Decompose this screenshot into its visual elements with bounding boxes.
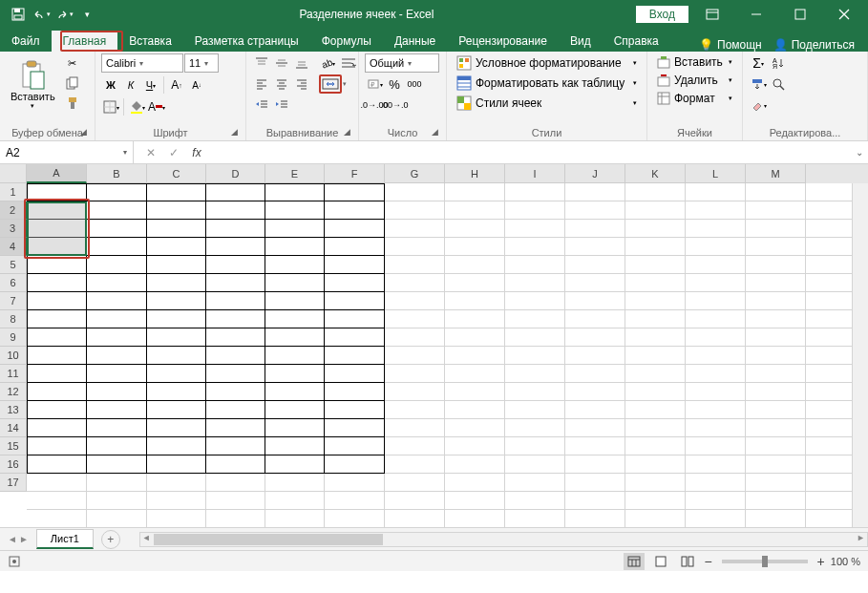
align-top-button[interactable] xyxy=(252,53,271,73)
record-macro-icon[interactable] xyxy=(8,555,21,568)
cell[interactable] xyxy=(87,419,147,437)
cell[interactable] xyxy=(265,510,325,527)
fx-button[interactable]: fx xyxy=(187,146,206,159)
cell[interactable] xyxy=(505,474,565,492)
cell[interactable] xyxy=(147,365,206,383)
cell[interactable] xyxy=(686,347,746,365)
cell[interactable] xyxy=(505,256,565,274)
cell[interactable] xyxy=(87,201,147,220)
align-bottom-button[interactable] xyxy=(292,53,311,73)
col-header-B[interactable]: B xyxy=(87,164,147,183)
col-header-L[interactable]: L xyxy=(686,164,746,183)
cell[interactable] xyxy=(147,455,206,474)
cell[interactable] xyxy=(27,419,87,437)
cell[interactable] xyxy=(325,328,385,347)
cell[interactable] xyxy=(27,310,87,328)
cell[interactable] xyxy=(206,365,265,383)
cell[interactable] xyxy=(325,183,385,201)
cell[interactable] xyxy=(87,455,147,474)
cell[interactable] xyxy=(325,347,385,365)
cell[interactable] xyxy=(565,220,625,238)
cell[interactable] xyxy=(445,492,505,510)
cell[interactable] xyxy=(206,292,265,310)
cell[interactable] xyxy=(147,437,206,455)
cell[interactable] xyxy=(87,328,147,347)
cell[interactable] xyxy=(746,455,806,474)
cell[interactable] xyxy=(625,310,686,328)
qat-customize[interactable]: ▾ xyxy=(76,4,97,25)
row-header-6[interactable]: 6 xyxy=(0,274,27,292)
sort-filter-button[interactable]: AЯ xyxy=(769,53,788,73)
cell[interactable] xyxy=(265,437,325,455)
cell[interactable] xyxy=(206,492,265,510)
grow-font-button[interactable]: A↑ xyxy=(167,75,186,95)
col-header-F[interactable]: F xyxy=(325,164,385,183)
align-right-button[interactable] xyxy=(292,74,311,94)
fill-button[interactable]: ▾ xyxy=(749,74,768,94)
cell[interactable] xyxy=(325,383,385,401)
cell[interactable] xyxy=(565,310,625,328)
cell[interactable] xyxy=(27,347,87,365)
decrease-indent-button[interactable] xyxy=(252,95,271,115)
cell[interactable] xyxy=(206,183,265,201)
cell[interactable] xyxy=(27,474,87,492)
cell[interactable] xyxy=(625,365,686,383)
cell[interactable] xyxy=(385,455,445,474)
cell[interactable] xyxy=(505,347,565,365)
cell[interactable] xyxy=(265,292,325,310)
cell[interactable] xyxy=(206,510,265,527)
cell[interactable] xyxy=(87,238,147,256)
col-header-A[interactable]: A xyxy=(27,164,87,183)
zoom-slider[interactable] xyxy=(722,560,808,563)
format-painter-button[interactable] xyxy=(63,94,82,113)
cell[interactable] xyxy=(445,256,505,274)
cell[interactable] xyxy=(27,492,87,510)
horizontal-scrollbar[interactable]: ◄ ► xyxy=(139,532,868,547)
accept-formula-button[interactable]: ✓ xyxy=(164,146,183,159)
cell[interactable] xyxy=(505,510,565,527)
cell[interactable] xyxy=(385,274,445,292)
cell[interactable] xyxy=(746,492,806,510)
cell[interactable] xyxy=(746,383,806,401)
cell[interactable] xyxy=(325,220,385,238)
cell[interactable] xyxy=(206,401,265,419)
cell[interactable] xyxy=(565,328,625,347)
cell[interactable] xyxy=(505,292,565,310)
cell[interactable] xyxy=(27,220,87,238)
cell[interactable] xyxy=(686,401,746,419)
row-header-2[interactable]: 2 xyxy=(0,201,27,220)
cell[interactable] xyxy=(385,310,445,328)
row-header-11[interactable]: 11 xyxy=(0,365,27,383)
cell[interactable] xyxy=(686,328,746,347)
cell[interactable] xyxy=(87,292,147,310)
cell[interactable] xyxy=(686,292,746,310)
formula-expand-button[interactable]: ⌄ xyxy=(851,147,868,158)
cell[interactable] xyxy=(325,492,385,510)
cell[interactable] xyxy=(206,274,265,292)
cell[interactable] xyxy=(27,328,87,347)
cell[interactable] xyxy=(87,274,147,292)
select-all-corner[interactable] xyxy=(0,164,27,183)
cell[interactable] xyxy=(505,419,565,437)
cell[interactable] xyxy=(625,419,686,437)
orientation-button[interactable]: ab▾ xyxy=(319,53,338,73)
minimize-button[interactable] xyxy=(736,0,776,29)
cell[interactable] xyxy=(625,401,686,419)
cell[interactable] xyxy=(505,183,565,201)
row-header-13[interactable]: 13 xyxy=(0,401,27,419)
align-left-button[interactable] xyxy=(252,74,271,94)
row-header-7[interactable]: 7 xyxy=(0,292,27,310)
cell[interactable] xyxy=(206,256,265,274)
merge-dropdown-arrow[interactable]: ▾ xyxy=(343,80,347,88)
cell[interactable] xyxy=(147,419,206,437)
cell[interactable] xyxy=(385,383,445,401)
tab-data[interactable]: Данные xyxy=(383,31,447,52)
cell[interactable] xyxy=(565,201,625,220)
cell[interactable] xyxy=(565,292,625,310)
col-header-G[interactable]: G xyxy=(385,164,445,183)
number-dialog-launcher[interactable]: ◢ xyxy=(429,127,440,138)
cell[interactable] xyxy=(265,455,325,474)
col-header-D[interactable]: D xyxy=(206,164,265,183)
alignment-dialog-launcher[interactable]: ◢ xyxy=(341,127,352,138)
cell[interactable] xyxy=(87,383,147,401)
